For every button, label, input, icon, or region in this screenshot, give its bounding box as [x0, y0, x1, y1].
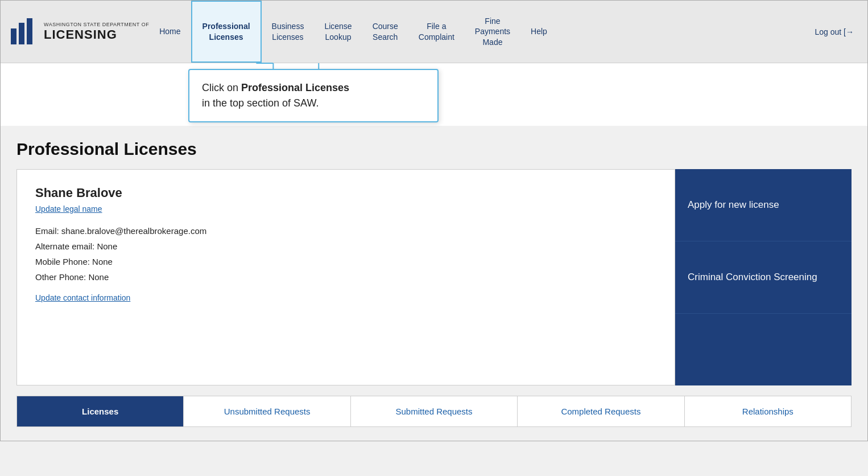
callout-area: Click on Professional Licensesin the top… [1, 63, 867, 126]
logo-small-text: WASHINGTON STATE DEPARTMENT OF [44, 22, 149, 27]
apply-new-license-button[interactable]: Apply for new license [675, 169, 852, 241]
logo-area: WASHINGTON STATE DEPARTMENT OF LICENSING [10, 17, 149, 47]
mobile-phone-field: Mobile Phone: None [35, 257, 656, 266]
callout-box: Click on Professional Licensesin the top… [188, 69, 439, 122]
alt-email-label: Alternate email: [35, 241, 94, 251]
nav-item-professional-licenses[interactable]: ProfessionalLicenses [191, 1, 262, 63]
other-phone-field: Other Phone: None [35, 272, 656, 282]
criminal-conviction-button[interactable]: Criminal Conviction Screening [675, 241, 852, 314]
callout-text-plain: Click on [202, 82, 241, 93]
alt-email-field: Alternate email: None [35, 241, 656, 251]
alt-email-value: None [97, 241, 117, 251]
email-value: shane.bralove@therealbrokerage.com [61, 226, 206, 236]
svg-rect-0 [11, 28, 16, 44]
profile-fields: Email: shane.bralove@therealbrokerage.co… [35, 226, 656, 282]
svg-rect-2 [27, 18, 32, 44]
logo-big-text: LICENSING [44, 27, 149, 42]
nav-item-file-complaint[interactable]: File aComplaint [408, 1, 465, 63]
email-label: Email: [35, 226, 59, 236]
nav-links: Home ProfessionalLicenses BusinessLicens… [149, 1, 858, 63]
nav-item-home[interactable]: Home [149, 1, 191, 63]
main-content: Professional Licenses Shane Bralove Upda… [1, 126, 867, 441]
profile-card: Shane Bralove Update legal name Email: s… [16, 169, 675, 385]
sidebar-item-empty [675, 314, 852, 385]
profile-name: Shane Bralove [35, 186, 656, 200]
email-field: Email: shane.bralove@therealbrokerage.co… [35, 226, 656, 236]
sidebar-empty-label [688, 344, 691, 355]
nav-item-business-licenses[interactable]: BusinessLicenses [262, 1, 315, 63]
callout-text-suffix: in the top section of SAW. [202, 97, 319, 109]
tab-submitted[interactable]: Submitted Requests [351, 396, 518, 426]
right-sidebar: Apply for new license Criminal Convictio… [675, 169, 852, 385]
tab-relationships[interactable]: Relationships [685, 396, 851, 426]
tabs-row: Licenses Unsubmitted Requests Submitted … [16, 396, 852, 427]
apply-new-license-label: Apply for new license [688, 199, 779, 211]
nav-bar: WASHINGTON STATE DEPARTMENT OF LICENSING… [1, 1, 867, 63]
tab-licenses[interactable]: Licenses [17, 396, 184, 426]
logo-icon [10, 17, 39, 47]
other-phone-label: Other Phone: [35, 272, 86, 282]
logout-button[interactable]: Log out [→ [811, 23, 859, 41]
nav-item-course-search[interactable]: CourseSearch [362, 1, 408, 63]
tab-unsubmitted[interactable]: Unsubmitted Requests [184, 396, 350, 426]
mobile-value: None [92, 257, 113, 266]
content-row: Shane Bralove Update legal name Email: s… [16, 169, 852, 385]
callout-text-bold: Professional Licenses [241, 82, 349, 93]
page-title: Professional Licenses [16, 139, 852, 159]
mobile-label: Mobile Phone: [35, 257, 90, 266]
nav-item-help[interactable]: Help [520, 1, 557, 63]
update-contact-link[interactable]: Update contact information [35, 293, 130, 302]
nav-item-license-lookup[interactable]: LicenseLookup [314, 1, 362, 63]
svg-rect-1 [19, 23, 24, 44]
tab-completed[interactable]: Completed Requests [518, 396, 684, 426]
update-legal-name-link[interactable]: Update legal name [35, 204, 102, 214]
criminal-conviction-label: Criminal Conviction Screening [688, 272, 817, 283]
nav-item-fine-payments[interactable]: FinePaymentsMade [465, 1, 520, 63]
logo-text: WASHINGTON STATE DEPARTMENT OF LICENSING [44, 22, 149, 42]
other-phone-value: None [88, 272, 109, 282]
